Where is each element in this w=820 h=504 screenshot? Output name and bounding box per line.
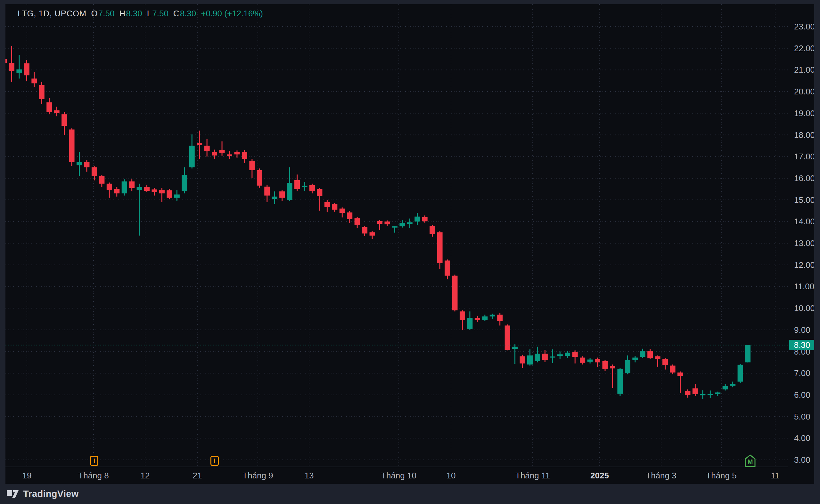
candle[interactable] [317,188,322,211]
candle[interactable] [460,310,465,330]
candle[interactable] [46,98,52,114]
candle[interactable] [527,349,533,366]
candle[interactable] [159,188,165,202]
candle[interactable] [617,368,623,396]
candle[interactable] [9,46,14,82]
candle[interactable] [257,168,262,188]
candle[interactable] [24,60,29,81]
candle[interactable] [189,134,195,168]
tradingview-logo-icon[interactable] [6,489,19,499]
candle[interactable] [437,231,443,269]
candle[interactable] [580,356,585,364]
symbol-title[interactable]: LTG, 1D, UPCOM [18,9,86,18]
candle[interactable] [294,174,300,191]
time-axis[interactable]: 19Tháng 81221Tháng 913Tháng 1010Tháng 11… [5,467,814,484]
candle[interactable] [220,141,225,156]
candle[interactable] [497,313,502,325]
candle[interactable] [670,364,676,374]
candle[interactable] [166,189,172,199]
candle[interactable] [482,315,487,321]
candle[interactable] [647,349,653,359]
candle[interactable] [663,358,668,370]
candle[interactable] [602,360,608,371]
idea-marker[interactable]: I [90,456,98,466]
candlestick-plot[interactable] [5,4,788,467]
candle[interactable] [422,215,428,222]
candle[interactable] [407,219,413,228]
candle[interactable] [16,55,22,78]
candle[interactable] [587,358,593,364]
candle[interactable] [505,324,510,350]
candle[interactable] [76,152,82,176]
candle[interactable] [693,384,698,396]
candle[interactable] [362,226,367,236]
candle[interactable] [249,159,255,178]
candle[interactable] [467,311,472,330]
candle[interactable] [730,382,736,388]
candle[interactable] [452,275,458,311]
candle[interactable] [430,225,435,236]
candle[interactable] [655,356,661,367]
candle[interactable] [723,384,728,390]
candle[interactable] [69,128,75,166]
candle[interactable] [31,72,37,87]
candle[interactable] [610,364,615,388]
candle[interactable] [445,260,450,279]
candle[interactable] [152,188,157,196]
candle[interactable] [625,356,631,374]
candle[interactable] [242,150,247,163]
chart-pane[interactable]: LTG, 1D, UPCOM O7.50 H8.30 L7.50 C8.30 +… [5,4,814,484]
candle[interactable] [715,392,720,396]
candle[interactable] [5,57,7,65]
idea-marker[interactable]: I [211,456,219,466]
candle[interactable] [332,203,337,212]
candle[interactable] [377,220,382,230]
candle[interactable] [414,213,420,225]
candle[interactable] [535,347,540,363]
candle[interactable] [520,355,525,368]
candle[interactable] [708,390,713,398]
candle[interactable] [542,350,548,362]
candle[interactable] [39,82,44,104]
candle[interactable] [61,112,67,135]
candle[interactable] [84,160,89,172]
tradingview-brand-text[interactable]: TradingView [23,489,79,499]
candle[interactable] [227,151,232,159]
candle[interactable] [302,182,308,191]
candle[interactable] [700,390,705,399]
candle[interactable] [99,175,104,187]
candle[interactable] [264,185,270,202]
candle[interactable] [137,184,142,236]
candle[interactable] [107,182,112,197]
candle[interactable] [565,351,570,358]
candle[interactable] [272,191,277,204]
candle[interactable] [745,345,751,362]
candle[interactable] [279,190,285,201]
candle[interactable] [54,107,60,116]
candle[interactable] [738,364,743,383]
candle[interactable] [174,190,180,201]
event-marker[interactable]: M [745,454,756,467]
candle[interactable] [181,167,187,193]
candle[interactable] [384,220,390,226]
candle[interactable] [122,179,127,196]
candle[interactable] [204,139,210,156]
candle[interactable] [370,231,375,239]
candle[interactable] [340,207,345,217]
candle[interactable] [287,167,293,201]
candle[interactable] [490,314,495,319]
candle[interactable] [572,350,578,364]
candle[interactable] [475,316,480,322]
candle[interactable] [685,389,690,398]
candle[interactable] [678,372,683,393]
chart-legend[interactable]: LTG, 1D, UPCOM O7.50 H8.30 L7.50 C8.30 +… [18,9,263,18]
candle[interactable] [399,220,405,228]
candle[interactable] [355,217,360,228]
candle[interactable] [392,226,398,233]
candle[interactable] [640,349,646,358]
candle[interactable] [512,344,518,364]
candle[interactable] [114,187,119,196]
candle[interactable] [557,352,563,359]
candle[interactable] [92,166,97,180]
candle[interactable] [632,356,638,362]
